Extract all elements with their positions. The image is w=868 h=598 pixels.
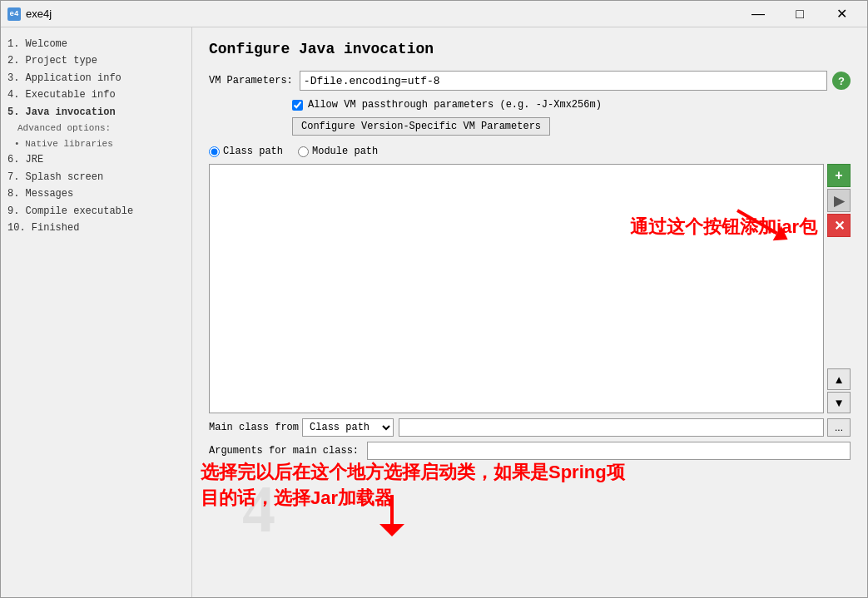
sidebar-item-compile[interactable]: 9. Compile executable	[7, 203, 185, 220]
main-window: e4 exe4j — □ ✕ 1. Welcome 2. Project typ…	[0, 0, 868, 598]
args-label: Arguments for main class:	[209, 445, 359, 457]
args-input[interactable]	[367, 442, 851, 460]
sidebar-item-native-libraries[interactable]: • Native libraries	[14, 136, 185, 152]
scroll-down-button[interactable]: ▼	[827, 392, 851, 413]
class-path-radio[interactable]	[209, 146, 220, 157]
class-path-list[interactable]	[209, 164, 824, 413]
main-content: 1. Welcome 2. Project type 3. Applicatio…	[1, 27, 867, 597]
app-icon: e4	[7, 7, 21, 21]
arrow-down-icon	[367, 495, 417, 536]
sidebar-item-project-type[interactable]: 2. Project type	[7, 52, 185, 69]
vm-params-row: VM Parameters: ?	[209, 71, 851, 91]
svg-line-0	[737, 210, 777, 234]
annotation-add-jar: 通过这个按钮添加jar包	[630, 215, 817, 240]
sidebar-item-splash-screen[interactable]: 7. Splash screen	[7, 169, 185, 185]
add-jar-button[interactable]: +	[827, 164, 851, 187]
main-class-browse-button[interactable]: ...	[827, 418, 851, 437]
vm-passthrough-row: Allow VM passthrough parameters (e.g. -J…	[292, 99, 851, 111]
svg-marker-3	[379, 524, 404, 536]
vm-passthrough-checkbox[interactable]	[292, 100, 303, 111]
sidebar-item-executable-info[interactable]: 4. Executable info	[7, 86, 185, 103]
sidebar-item-welcome[interactable]: 1. Welcome	[7, 36, 185, 52]
vm-params-input[interactable]	[300, 71, 827, 91]
module-path-radio-label[interactable]: Module path	[298, 146, 378, 157]
edit-jar-button[interactable]: ▶	[827, 189, 851, 212]
title-bar: e4 exe4j — □ ✕	[1, 1, 867, 27]
sidebar: 1. Welcome 2. Project type 3. Applicatio…	[1, 27, 192, 597]
list-action-buttons: + ▶ ✕ ▲ ▼	[827, 164, 851, 413]
configure-vm-button[interactable]: Configure Version-Specific VM Parameters	[292, 117, 550, 136]
class-path-radio-label[interactable]: Class path	[209, 146, 283, 157]
sidebar-item-jre[interactable]: 6. JRE	[7, 151, 185, 168]
close-button[interactable]: ✕	[822, 2, 861, 27]
right-panel: 4 Configure Java invocation VM Parameter…	[192, 27, 867, 597]
main-class-input[interactable]	[399, 418, 824, 437]
vm-passthrough-label: Allow VM passthrough parameters (e.g. -J…	[308, 99, 602, 111]
module-path-radio[interactable]	[298, 146, 309, 157]
sidebar-advanced-options-label: Advanced options:	[17, 121, 185, 136]
sidebar-item-messages[interactable]: 8. Messages	[7, 185, 185, 202]
vm-params-label: VM Parameters:	[209, 75, 293, 86]
main-class-row: Main class from Class path Module path .…	[209, 418, 851, 437]
window-controls: — □ ✕	[739, 2, 861, 27]
path-type-row: Class path Module path	[209, 146, 851, 157]
scroll-up-button[interactable]: ▲	[827, 368, 851, 390]
sidebar-item-java-invocation[interactable]: 5. Java invocation	[7, 104, 185, 121]
annotation-main-class: 选择完以后在这个地方选择启动类，如果是Spring项 目的话，选择Jar加载器	[201, 460, 633, 512]
main-class-select[interactable]: Class path Module path	[302, 418, 394, 437]
main-class-label: Main class from	[209, 422, 299, 433]
sidebar-item-finished[interactable]: 10. Finished	[7, 220, 185, 236]
help-button[interactable]: ?	[832, 72, 851, 90]
delete-jar-button[interactable]: ✕	[827, 214, 851, 237]
scroll-buttons: ▲ ▼	[827, 368, 851, 413]
panel-title: Configure Java invocation	[209, 41, 851, 57]
maximize-button[interactable]: □	[781, 2, 819, 27]
window-title: exe4j	[26, 7, 739, 20]
sidebar-item-application-info[interactable]: 3. Application info	[7, 70, 185, 86]
minimize-button[interactable]: —	[739, 2, 777, 27]
args-row: Arguments for main class:	[209, 442, 851, 460]
